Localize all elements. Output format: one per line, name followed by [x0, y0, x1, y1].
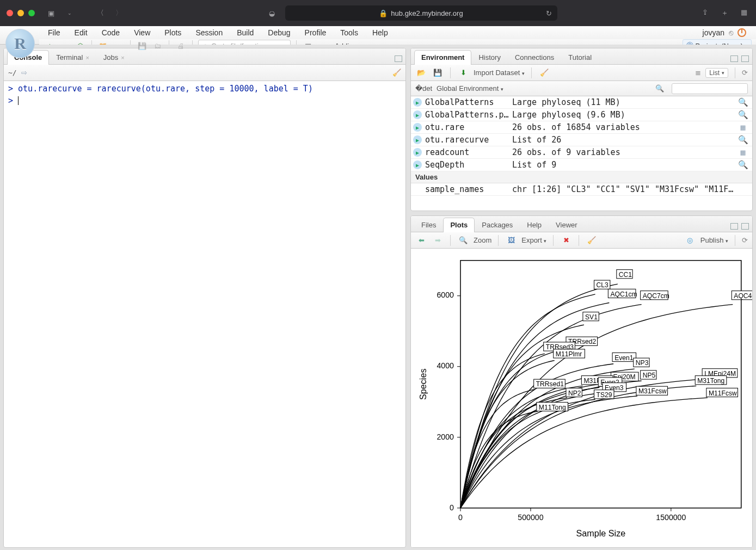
svg-text:AQC1cm: AQC1cm — [610, 291, 637, 298]
env-row-action-icon[interactable]: 🔍 — [736, 110, 750, 120]
print-icon[interactable]: 🖨 — [175, 40, 187, 52]
close-icon[interactable]: × — [85, 54, 89, 61]
pane-maximize-icon[interactable] — [741, 223, 749, 230]
menu-profile[interactable]: Profile — [299, 26, 332, 39]
expand-icon[interactable]: ▶ — [413, 160, 422, 169]
back-icon[interactable]: 〈 — [95, 8, 106, 18]
rarecurve-plot: 050000015000000200040006000Sample SizeSp… — [411, 249, 752, 547]
new-tab-icon[interactable]: ＋ — [719, 8, 730, 18]
tab-jobs[interactable]: Jobs× — [96, 50, 132, 65]
menu-session[interactable]: Session — [190, 26, 228, 39]
signout-icon[interactable]: ⎋ — [729, 28, 733, 37]
menu-debug[interactable]: Debug — [262, 26, 296, 39]
menu-plots[interactable]: Plots — [159, 26, 187, 39]
tab-help[interactable]: Help — [520, 218, 549, 232]
minimize-window-icon[interactable] — [17, 10, 24, 16]
tab-viewer[interactable]: Viewer — [549, 218, 585, 232]
pane-maximize-icon[interactable] — [741, 55, 749, 62]
plot-next-icon[interactable]: ➡ — [432, 234, 444, 246]
env-row[interactable]: ▶readcount26 obs. of 9 variables▦ — [411, 146, 752, 159]
expand-icon[interactable]: ▶ — [413, 135, 422, 144]
tabs-overview-icon[interactable]: ▦ — [739, 8, 749, 18]
menu-build[interactable]: Build — [231, 26, 259, 39]
save-workspace-icon[interactable]: 💾 — [432, 67, 444, 79]
pane-maximize-icon[interactable] — [395, 55, 402, 62]
tab-history[interactable]: History — [471, 50, 507, 65]
console-output[interactable]: > otu.rarecurve = rarecurve(otu.rare, st… — [4, 81, 405, 547]
env-search-input[interactable] — [672, 83, 748, 94]
tab-files[interactable]: Files — [414, 218, 443, 232]
shield-icon[interactable]: ◒ — [267, 9, 278, 17]
publish-button[interactable]: Publish ▾ — [700, 236, 728, 244]
pane-minimize-icon[interactable] — [730, 223, 738, 230]
vertical-splitter[interactable] — [406, 48, 410, 548]
tab-packages[interactable]: Packages — [475, 218, 520, 232]
menu-file[interactable]: File — [42, 26, 66, 39]
env-row-action-icon[interactable]: 🔍 — [736, 97, 750, 107]
plot-prev-icon[interactable]: ⬅ — [415, 234, 427, 246]
share-icon[interactable]: ⇪ — [699, 8, 710, 18]
broom-icon[interactable]: 🧹 — [586, 234, 598, 246]
broom-icon[interactable]: 🧹 — [538, 67, 550, 79]
export-button[interactable]: Export ▾ — [521, 236, 546, 244]
close-window-icon[interactable] — [7, 10, 13, 16]
expand-icon[interactable]: ▶ — [413, 148, 422, 157]
tab-tutorial[interactable]: Tutorial — [561, 50, 599, 65]
series-label: M11Plmr — [554, 349, 585, 358]
maximize-window-icon[interactable] — [28, 10, 35, 16]
lock-icon: 🔒 — [379, 9, 388, 17]
horizontal-splitter[interactable] — [410, 211, 753, 215]
svg-text:M11Tong: M11Tong — [539, 404, 566, 411]
close-icon[interactable]: × — [121, 54, 124, 61]
console-go-icon[interactable]: ⇨ — [21, 69, 27, 77]
env-var-name: sample_names — [425, 184, 512, 194]
open-workspace-icon[interactable]: 📂 — [415, 67, 427, 79]
env-row[interactable]: ▶GlobalPatterns.p…Large phyloseq (9.6 MB… — [411, 109, 752, 121]
expand-icon[interactable]: ▶ — [413, 123, 422, 132]
env-row[interactable]: ▶otu.rarecurveList of 26🔍 — [411, 134, 752, 146]
sidebar-dropdown-icon[interactable]: ⌄ — [64, 10, 75, 16]
menu-edit[interactable]: Edit — [69, 26, 93, 39]
save-all-icon[interactable]: 🗂 — [151, 40, 163, 52]
expand-icon[interactable]: ▶ — [413, 98, 422, 107]
forward-icon[interactable]: 〉 — [113, 8, 124, 18]
env-row-action-icon[interactable]: 🔍 — [736, 160, 750, 170]
refresh-icon[interactable]: ⟳ — [742, 236, 748, 244]
save-icon[interactable]: 💾 — [136, 40, 148, 52]
power-icon[interactable] — [737, 28, 746, 37]
env-row[interactable]: ▶GlobalPatternsLarge phyloseq (11 MB)🔍 — [411, 96, 752, 109]
pane-minimize-icon[interactable] — [730, 55, 738, 62]
series-label: Even1 — [612, 353, 636, 361]
env-view-mode[interactable]: List ▾ — [705, 68, 728, 78]
remove-plot-icon[interactable]: ✖ — [560, 234, 572, 246]
tab-environment[interactable]: Environment — [414, 50, 471, 65]
env-section-values: Values — [411, 171, 752, 183]
refresh-icon[interactable]: ⟳ — [742, 69, 748, 77]
tab-connections[interactable]: Connections — [508, 50, 561, 65]
import-dataset-icon[interactable]: ⬇︎ — [457, 67, 469, 79]
browser-chrome: ▣ ⌄ 〈 〉 ◒ 🔒 hub.gke2.mybinder.org ↻ ⇪ ＋ … — [0, 0, 756, 26]
expand-icon[interactable]: ▶ — [413, 110, 422, 119]
menu-help[interactable]: Help — [367, 26, 394, 39]
address-bar[interactable]: 🔒 hub.gke2.mybinder.org ↻ — [285, 5, 557, 21]
env-row[interactable]: ▶SeqDepthList of 9🔍 — [411, 159, 752, 171]
import-dataset-button[interactable]: Import Dataset ▾ — [474, 69, 525, 77]
menu-view[interactable]: View — [128, 26, 156, 39]
env-row-action-icon[interactable]: ▦ — [736, 147, 750, 157]
clear-console-icon[interactable]: 🧹 — [392, 69, 401, 77]
view-lines-icon[interactable]: ≣ — [695, 69, 701, 77]
tab-plots[interactable]: Plots — [443, 218, 475, 232]
env-scope-button[interactable]: Global Environment ▾ — [437, 84, 503, 92]
sidebar-toggle-icon[interactable]: ▣ — [46, 9, 57, 17]
env-row[interactable]: ▶otu.rare26 obs. of 16854 variables▦ — [411, 121, 752, 134]
reload-icon[interactable]: ↻ — [546, 9, 552, 17]
env-toolbar: 📂 💾 ⬇︎ Import Dataset ▾ 🧹 ≣ List ▾ ⟳ — [411, 65, 752, 81]
zoom-button[interactable]: Zoom — [474, 236, 491, 244]
env-row[interactable]: sample_names chr [1:26] "CL3" "CC1" "SV1… — [411, 183, 752, 196]
env-row-action-icon[interactable]: 🔍 — [736, 135, 750, 145]
menu-tools[interactable]: Tools — [335, 26, 364, 39]
menu-code[interactable]: Code — [96, 26, 125, 39]
username-label: jovyan — [703, 28, 724, 37]
tab-terminal[interactable]: Terminal× — [49, 50, 96, 65]
env-row-action-icon[interactable]: ▦ — [736, 122, 750, 132]
